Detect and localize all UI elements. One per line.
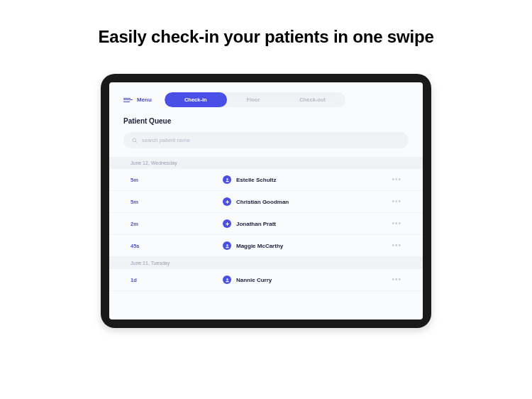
row-person: Maggie McCarthy [223,241,392,250]
section-title: Patient Queue [123,117,409,125]
more-icon[interactable]: ••• [392,198,401,205]
menu-label: Menu [137,97,152,103]
svg-point-0 [133,138,136,142]
plus-icon [223,197,231,206]
svg-point-8 [226,278,228,280]
more-icon[interactable]: ••• [392,176,401,183]
date-header: June 11, Tuesday [109,257,423,269]
tabs: Check-in Floor Check-out [165,92,345,107]
row-time: 2m [131,221,223,227]
plus-icon [223,219,231,228]
tab-checkout[interactable]: Check-out [279,92,345,107]
patient-row[interactable]: 2m Jonathan Pratt ••• [109,213,423,235]
menu-icon [123,98,133,102]
search-icon [132,138,138,143]
row-person: Estelle Schultz [223,175,392,184]
row-person: Nannie Curry [223,275,392,284]
tablet-frame: Menu Check-in Floor Check-out Patient Qu… [101,74,431,328]
row-time: 1d [131,277,223,283]
more-icon[interactable]: ••• [392,276,401,283]
row-time: 5m [131,199,223,205]
row-time: 5m [131,177,223,183]
patient-row[interactable]: 5m Christian Goodman ••• [109,191,423,213]
top-bar: Menu Check-in Floor Check-out [123,92,409,107]
tab-floor[interactable]: Floor [227,92,280,107]
search-input[interactable]: search patient name [123,132,409,148]
search-placeholder: search patient name [142,137,190,143]
person-icon [223,275,231,284]
patient-name: Maggie McCarthy [236,243,283,249]
date-header: June 12, Wednesday [109,157,423,169]
svg-point-2 [226,178,228,180]
patient-name: Nannie Curry [236,277,272,283]
person-icon [223,241,231,250]
svg-point-7 [226,244,228,246]
patient-row[interactable]: 45s Maggie McCarthy ••• [109,235,423,257]
patient-name: Jonathan Pratt [236,221,276,227]
more-icon[interactable]: ••• [392,242,401,249]
row-person: Jonathan Pratt [223,219,392,228]
row-person: Christian Goodman [223,197,392,206]
row-time: 45s [131,243,223,249]
more-icon[interactable]: ••• [392,220,401,227]
patient-row[interactable]: 1d Nannie Curry ••• [109,269,423,291]
patient-name: Estelle Schultz [236,177,276,183]
svg-line-1 [135,141,137,143]
person-icon [223,175,231,184]
patient-row[interactable]: 5m Estelle Schultz ••• [109,169,423,191]
menu-button[interactable]: Menu [123,97,152,103]
tab-checkin[interactable]: Check-in [165,92,227,107]
tablet-screen: Menu Check-in Floor Check-out Patient Qu… [109,82,423,319]
patient-name: Christian Goodman [236,199,289,205]
page-headline: Easily check-in your patients in one swi… [98,27,433,47]
